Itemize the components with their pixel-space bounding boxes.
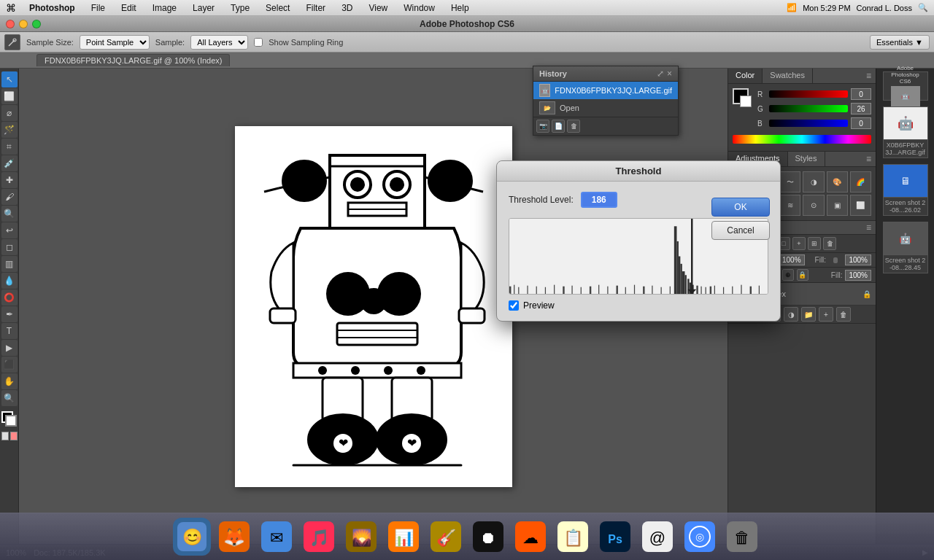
- gradient-map-icon[interactable]: ⬜: [850, 195, 871, 216]
- menu-view[interactable]: View: [366, 3, 390, 13]
- delete-layer-btn[interactable]: 🗑: [836, 307, 851, 322]
- r-value[interactable]: 0: [851, 88, 871, 100]
- fill-value2[interactable]: 100%: [845, 270, 871, 281]
- tab-styles[interactable]: Styles: [788, 152, 825, 166]
- history-new-doc-btn[interactable]: 📄: [552, 120, 565, 133]
- b-value[interactable]: 0: [851, 117, 871, 129]
- menu-select[interactable]: Select: [263, 3, 293, 13]
- menu-window[interactable]: Window: [401, 3, 438, 13]
- hue-saturation-icon[interactable]: 🌈: [850, 171, 871, 192]
- blur-tool[interactable]: 💧: [1, 273, 18, 289]
- menu-photoshop[interactable]: Photoshop: [26, 3, 78, 13]
- document-tab[interactable]: FDNX0B6FPBKY3JQ.LARGE.gif @ 100% (Index): [36, 54, 230, 66]
- tab-color[interactable]: Color: [728, 69, 763, 83]
- pen-tool[interactable]: ✒: [1, 306, 18, 322]
- paths-btn-7[interactable]: 🗑: [823, 237, 836, 250]
- hand-tool[interactable]: ✋: [1, 373, 18, 389]
- eraser-tool[interactable]: ◻: [1, 239, 18, 255]
- fill-slider[interactable]: [833, 257, 838, 263]
- path-selection-tool[interactable]: ▶: [1, 340, 18, 356]
- dock-notes-icon[interactable]: 📋: [554, 518, 592, 556]
- threshold-ok-button[interactable]: OK: [711, 198, 770, 217]
- history-expand-icon[interactable]: ⤢: [657, 69, 664, 79]
- foreground-color-swatch[interactable]: [733, 88, 753, 109]
- blue-slider[interactable]: [769, 120, 848, 127]
- paths-options-icon[interactable]: ≡: [866, 222, 871, 233]
- dock-finder-icon[interactable]: 😊: [173, 518, 211, 556]
- sidebar-thumb-1[interactable]: 🤖 X0B6FPBKY3J...ARGE.gif: [883, 106, 928, 158]
- vibrance-icon[interactable]: 🎨: [827, 171, 848, 192]
- dodge-tool[interactable]: ⭕: [1, 289, 18, 306]
- minimize-button[interactable]: [19, 20, 28, 28]
- history-item-open[interactable]: 📂 Open: [533, 99, 678, 117]
- panel-options-icon[interactable]: ≡: [862, 69, 876, 83]
- quick-select-tool[interactable]: 🪄: [1, 122, 18, 138]
- dock-safari-icon[interactable]: ◎: [681, 518, 719, 556]
- gradient-tool[interactable]: ▥: [1, 256, 18, 272]
- dock-ableton-icon[interactable]: ⏺: [469, 518, 507, 556]
- sidebar-thumb-2[interactable]: 🖥 Screen shot 2-08...26.02: [883, 164, 928, 216]
- history-snapshot-btn[interactable]: 📷: [536, 120, 549, 133]
- foreground-background-colors[interactable]: [1, 411, 18, 427]
- channel-mixer-icon[interactable]: ≋: [779, 195, 800, 216]
- menu-file[interactable]: File: [88, 3, 108, 13]
- sample-layers-select[interactable]: All Layers: [190, 35, 248, 50]
- threshold-preview-checkbox[interactable]: [509, 300, 519, 311]
- curves-icon[interactable]: 〜: [779, 171, 800, 192]
- threshold-level-input[interactable]: [581, 192, 617, 208]
- history-brush-tool[interactable]: ↩: [1, 222, 18, 238]
- new-group-btn[interactable]: 📁: [801, 307, 816, 322]
- g-value[interactable]: 26: [851, 103, 871, 114]
- menu-3d[interactable]: 3D: [339, 3, 355, 13]
- spectrum-bar[interactable]: [733, 135, 871, 144]
- paths-btn-5[interactable]: +: [792, 237, 806, 250]
- essentials-button[interactable]: Essentials ▼: [870, 35, 930, 50]
- clone-stamp-tool[interactable]: 🔍: [1, 206, 18, 222]
- dock-soundcloud-icon[interactable]: ☁: [512, 518, 549, 556]
- marquee-tool[interactable]: ⬜: [1, 88, 18, 104]
- exposure-icon[interactable]: ◑: [803, 171, 824, 192]
- paths-btn-6[interactable]: ⊞: [808, 237, 821, 250]
- menu-image[interactable]: Image: [150, 3, 180, 13]
- menu-filter[interactable]: Filter: [303, 3, 328, 13]
- menu-edit[interactable]: Edit: [118, 3, 139, 13]
- dock-contacts-icon[interactable]: @: [638, 518, 676, 556]
- eyedropper-tool[interactable]: 💉: [1, 155, 18, 171]
- lock-all-btn[interactable]: 🔒: [797, 269, 808, 281]
- history-delete-btn[interactable]: 🗑: [567, 120, 580, 133]
- type-tool[interactable]: T: [1, 323, 18, 339]
- brush-tool[interactable]: 🖌: [1, 189, 18, 205]
- menu-layer[interactable]: Layer: [190, 3, 217, 13]
- red-slider[interactable]: [769, 90, 848, 98]
- search-icon[interactable]: 🔍: [918, 3, 928, 12]
- sample-size-select[interactable]: Point Sample: [80, 35, 150, 50]
- dock-trash-icon[interactable]: 🗑: [723, 518, 761, 556]
- show-sampling-ring-checkbox[interactable]: [254, 38, 263, 47]
- lock-position-btn[interactable]: ⊕: [782, 269, 794, 281]
- menu-help[interactable]: Help: [448, 3, 472, 13]
- sidebar-thumb-3[interactable]: 🤖 Screen shot 2-08...28.45: [883, 222, 928, 273]
- move-tool[interactable]: ↖: [1, 71, 18, 88]
- apple-menu[interactable]: ⌘: [6, 2, 16, 14]
- threshold-cancel-button[interactable]: Cancel: [711, 221, 770, 240]
- shape-tool[interactable]: ⬛: [1, 357, 18, 373]
- history-close-icon[interactable]: ×: [667, 69, 672, 79]
- maximize-button[interactable]: [32, 20, 41, 28]
- threshold-icon[interactable]: ▣: [827, 195, 848, 216]
- invert-icon[interactable]: ⊙: [803, 195, 824, 216]
- close-button[interactable]: [6, 20, 15, 28]
- dock-iphoto-icon[interactable]: 🌄: [342, 518, 380, 556]
- new-adjustment-layer-btn[interactable]: ◑: [784, 307, 798, 322]
- tab-swatches[interactable]: Swatches: [763, 69, 813, 83]
- healing-brush-tool[interactable]: ✚: [1, 172, 18, 188]
- lasso-tool[interactable]: ⌀: [1, 105, 18, 121]
- ps-cs6-thumbnail[interactable]: Adobe Photoshop CS6 🤖: [883, 71, 928, 101]
- menu-type[interactable]: Type: [228, 3, 252, 13]
- eyedropper-tool-icon[interactable]: [4, 34, 20, 50]
- crop-tool[interactable]: ⌗: [1, 139, 18, 155]
- zoom-tool[interactable]: 🔍: [1, 390, 18, 406]
- opacity-value[interactable]: 100%: [779, 254, 805, 265]
- dock-keynote-icon[interactable]: 📊: [385, 518, 422, 556]
- quick-mask-mode[interactable]: [1, 429, 18, 443]
- history-item-open-file[interactable]: 🤖 FDNX0B6FPBKY3JQ.LARGE.gif: [533, 82, 678, 99]
